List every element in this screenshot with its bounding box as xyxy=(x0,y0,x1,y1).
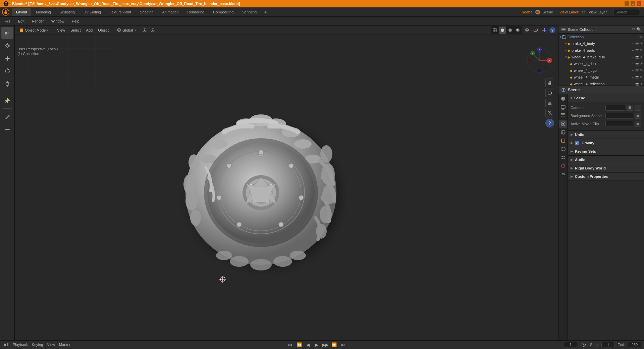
view-label[interactable]: View xyxy=(47,343,55,347)
eye-icon[interactable]: 👁 xyxy=(640,49,643,52)
camera-edit-btn[interactable] xyxy=(635,105,641,111)
overlay-btn[interactable] xyxy=(523,27,531,34)
marker-label[interactable]: Marker xyxy=(59,343,70,347)
tab-texture-paint[interactable]: Texture Paint xyxy=(106,8,135,16)
prop-tab-particles[interactable] xyxy=(559,153,567,161)
viewport-canvas[interactable]: User Perspective (Local) (1) Collection xyxy=(15,35,558,340)
view-lock-btn[interactable] xyxy=(545,79,554,87)
prop-tab-physics[interactable] xyxy=(559,162,567,170)
tab-layout[interactable]: Layout xyxy=(12,8,31,16)
camera-value[interactable] xyxy=(605,105,625,111)
menu-render[interactable]: Render xyxy=(29,18,47,24)
bg-scene-value[interactable] xyxy=(605,113,633,119)
tab-rendering[interactable]: Rendering xyxy=(183,8,208,16)
prop-tab-world[interactable] xyxy=(559,128,567,136)
outliner-brake-pads[interactable]: ▾ ◆ brake_4_pads ↔ 📷 👁 xyxy=(558,47,644,54)
menu-edit[interactable]: Edit xyxy=(15,18,28,24)
restrict-render-icon[interactable]: 📷 xyxy=(635,55,639,59)
eye-icon[interactable]: 👁 xyxy=(640,69,643,72)
tab-animation[interactable]: Animation xyxy=(158,8,183,16)
viewport[interactable]: Object Mode ▾ View Select Add Object xyxy=(15,26,558,340)
timeline-type-icon[interactable] xyxy=(3,341,10,348)
outliner-wheel-disk[interactable]: ◆ wheel_4_disk ↔ 📷 👁 xyxy=(558,60,644,67)
restrict-select-icon[interactable]: ↔ xyxy=(632,82,635,86)
eye-icon[interactable]: 👁 xyxy=(640,76,643,79)
measure-tool[interactable] xyxy=(1,123,13,136)
end-frame-input[interactable]: 250 xyxy=(628,342,641,347)
tab-uv-editing[interactable]: UV Editing xyxy=(79,8,105,16)
scene-section-header[interactable]: ▾ Scene xyxy=(568,94,644,102)
close-btn[interactable]: ✕ xyxy=(637,1,641,6)
step-back-btn[interactable]: ◀ xyxy=(304,341,312,348)
restrict-render-icon[interactable]: 📷 xyxy=(635,42,639,45)
zoom-btn[interactable] xyxy=(545,109,554,117)
next-keyframe-btn[interactable]: ⏩ xyxy=(330,341,338,348)
hand-tool-btn[interactable] xyxy=(545,99,554,107)
outliner-brake-body[interactable]: ▾ ◆ brake_4_body ↔ 📷 👁 xyxy=(558,40,644,47)
prev-keyframe-btn[interactable]: ⏪ xyxy=(295,341,303,348)
outliner-filter-icon[interactable]: ▽ xyxy=(632,27,635,32)
rigid-body-section-header[interactable]: ▶ Rigid Body World xyxy=(568,164,644,172)
keying-section-header[interactable]: ▶ Keying Sets xyxy=(568,147,644,155)
gizmo-toggle-btn[interactable] xyxy=(541,27,548,34)
bg-scene-browse-btn[interactable] xyxy=(635,113,641,119)
menu-help[interactable]: Help xyxy=(68,18,83,24)
eye-icon[interactable]: 👁 xyxy=(639,35,643,39)
annotate-tool[interactable] xyxy=(1,111,13,123)
solid-shading-btn[interactable] xyxy=(499,27,506,34)
outliner-scene-collection[interactable]: ▾ Collection 👁 xyxy=(558,34,644,40)
outliner-wheel-metal[interactable]: ◆ wheel_4_metal ↔ 📷 👁 xyxy=(558,74,644,81)
units-section-header[interactable]: ▶ Units xyxy=(568,131,644,139)
prop-tab-view-layer[interactable] xyxy=(559,111,567,119)
gravity-section-header[interactable]: ▶ ✓ Gravity xyxy=(568,139,644,147)
minimize-btn[interactable]: — xyxy=(625,1,629,6)
gravity-checkbox[interactable]: ✓ xyxy=(575,141,579,145)
select-menu[interactable]: Select xyxy=(68,28,83,33)
prop-tab-constraints[interactable] xyxy=(559,170,567,178)
material-shading-btn[interactable] xyxy=(506,27,514,34)
object-mode-selector[interactable]: Object Mode ▾ xyxy=(17,28,51,33)
restrict-render-icon[interactable]: 📷 xyxy=(635,82,639,86)
restrict-select-icon[interactable]: ↔ xyxy=(632,76,635,79)
move-tool[interactable] xyxy=(1,52,13,64)
tab-scripting[interactable]: Scripting xyxy=(238,8,261,16)
tab-sculpting[interactable]: Sculpting xyxy=(56,8,79,16)
restrict-select-icon[interactable]: ↔ xyxy=(632,49,635,52)
jump-end-btn[interactable]: ⏭ xyxy=(339,341,347,348)
xray-toggle-btn[interactable] xyxy=(532,27,539,34)
rendered-shading-btn[interactable] xyxy=(514,27,522,34)
camera-browse-btn[interactable] xyxy=(627,105,633,111)
tab-compositing[interactable]: Compositing xyxy=(209,8,237,16)
maximize-btn[interactable]: □ xyxy=(631,1,635,6)
search-input[interactable] xyxy=(613,9,640,15)
restrict-render-icon[interactable]: 📷 xyxy=(635,69,639,72)
restrict-select-icon[interactable]: ↔ xyxy=(632,69,635,72)
menu-file[interactable]: File xyxy=(1,18,14,24)
global-selector[interactable]: Global ▾ xyxy=(115,28,138,33)
outliner-search-icon[interactable]: 🔍 xyxy=(636,27,641,32)
proportional-edit-btn[interactable] xyxy=(149,27,156,34)
prop-tab-scene[interactable] xyxy=(559,120,567,128)
eye-icon[interactable]: 👁 xyxy=(640,55,643,59)
restrict-render-icon[interactable]: 📷 xyxy=(635,76,639,79)
tab-shading[interactable]: Shading xyxy=(136,8,157,16)
eye-icon[interactable]: 👁 xyxy=(640,42,643,45)
transform-tool[interactable] xyxy=(1,94,13,106)
movie-clip-value[interactable] xyxy=(605,121,633,127)
audio-section-header[interactable]: ▶ Audio xyxy=(568,156,644,164)
cursor-tool[interactable] xyxy=(1,40,13,52)
tab-modeling[interactable]: Modeling xyxy=(32,8,55,16)
prop-tab-output[interactable] xyxy=(559,103,567,111)
prop-tab-object[interactable] xyxy=(559,137,567,145)
restrict-select-icon[interactable]: ↔ xyxy=(632,62,635,65)
add-menu[interactable]: Add xyxy=(84,28,95,33)
rotate-tool[interactable] xyxy=(1,65,13,77)
add-workspace-btn[interactable]: + xyxy=(261,8,269,16)
restrict-render-icon[interactable]: 📷 xyxy=(635,49,639,52)
playback-label[interactable]: Playback xyxy=(13,343,28,347)
restrict-select-icon[interactable]: ↔ xyxy=(632,42,635,45)
navigation-gizmo[interactable]: X Y Z xyxy=(526,47,553,74)
step-fwd-btn[interactable]: ▶▶ xyxy=(321,341,329,348)
play-btn[interactable]: ▶ xyxy=(313,341,321,348)
outliner-wheel-logo[interactable]: ◆ wheel_4_logo ↔ 📷 👁 xyxy=(558,67,644,74)
